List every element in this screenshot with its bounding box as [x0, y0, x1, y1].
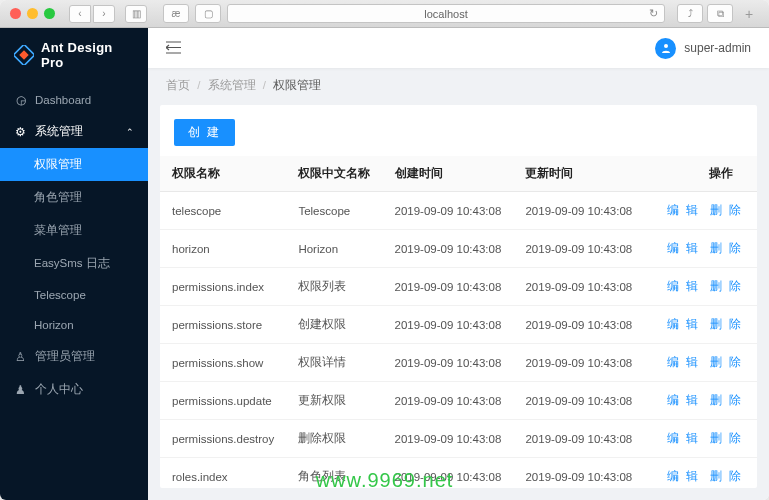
sidebar-item-horizon[interactable]: Horizon [0, 310, 148, 340]
sidebar: Ant Design Pro ◶ Dashboard ⚙ 系统管理 ⌃ 权限管理… [0, 28, 148, 500]
delete-link[interactable]: 删 除 [710, 204, 743, 216]
cell-updated: 2019-09-09 10:43:08 [513, 192, 644, 230]
traffic-lights [10, 8, 55, 19]
brand-text: Ant Design Pro [41, 40, 134, 70]
cell-updated: 2019-09-09 10:43:08 [513, 420, 644, 458]
delete-link[interactable]: 删 除 [710, 356, 743, 368]
table-row: roles.index角色列表2019-09-09 10:43:082019-0… [160, 458, 757, 489]
col-name: 权限名称 [160, 156, 286, 192]
edit-link[interactable]: 编 辑 [667, 470, 700, 482]
tabs-button[interactable]: ⧉ [707, 4, 733, 23]
edit-link[interactable]: 编 辑 [667, 394, 700, 406]
sidebar-item-admin[interactable]: ♙ 管理员管理 [0, 340, 148, 373]
user-area[interactable]: super-admin [655, 38, 751, 59]
cell-updated: 2019-09-09 10:43:08 [513, 382, 644, 420]
cell-cn-name: Telescope [286, 192, 382, 230]
cell-cn-name: 角色列表 [286, 458, 382, 489]
main-content: super-admin 首页 / 系统管理 / 权限管理 创 建 权限名称 权限… [148, 28, 769, 500]
breadcrumb-current: 权限管理 [273, 79, 321, 91]
cell-created: 2019-09-09 10:43:08 [383, 344, 514, 382]
table-row: permissions.update更新权限2019-09-09 10:43:0… [160, 382, 757, 420]
cell-name: roles.index [160, 458, 286, 489]
dashboard-icon: ◶ [14, 93, 27, 106]
cell-cn-name: 更新权限 [286, 382, 382, 420]
user-icon: ♙ [14, 350, 27, 363]
edit-link[interactable]: 编 辑 [667, 242, 700, 254]
cell-created: 2019-09-09 10:43:08 [383, 382, 514, 420]
cell-actions: 编 辑删 除 [644, 458, 757, 489]
col-updated: 更新时间 [513, 156, 644, 192]
sidebar-item-dashboard[interactable]: ◶ Dashboard [0, 84, 148, 115]
cell-name: permissions.show [160, 344, 286, 382]
delete-link[interactable]: 删 除 [710, 432, 743, 444]
cell-updated: 2019-09-09 10:43:08 [513, 230, 644, 268]
cell-actions: 编 辑删 除 [644, 268, 757, 306]
breadcrumb-home[interactable]: 首页 [166, 79, 190, 91]
edit-link[interactable]: 编 辑 [667, 432, 700, 444]
cell-actions: 编 辑删 除 [644, 306, 757, 344]
nav-buttons: ‹ › [69, 5, 115, 23]
forward-button[interactable]: › [93, 5, 115, 23]
avatar [655, 38, 676, 59]
url-text: localhost [424, 8, 467, 20]
cell-updated: 2019-09-09 10:43:08 [513, 344, 644, 382]
sidebar-item-permissions[interactable]: 权限管理 [0, 148, 148, 181]
table-row: permissions.show权限详情2019-09-09 10:43:082… [160, 344, 757, 382]
cell-updated: 2019-09-09 10:43:08 [513, 268, 644, 306]
reader-button[interactable]: æ [163, 4, 189, 23]
sidebar-item-telescope[interactable]: Telescope [0, 280, 148, 310]
logo[interactable]: Ant Design Pro [0, 28, 148, 84]
breadcrumb: 首页 / 系统管理 / 权限管理 [148, 68, 769, 101]
lock-icon: ▢ [195, 4, 221, 23]
edit-link[interactable]: 编 辑 [667, 204, 700, 216]
cell-cn-name: 删除权限 [286, 420, 382, 458]
new-tab-button[interactable]: + [739, 4, 759, 24]
svg-point-2 [664, 44, 668, 48]
cell-actions: 编 辑删 除 [644, 420, 757, 458]
cell-updated: 2019-09-09 10:43:08 [513, 458, 644, 489]
table-row: horizonHorizon2019-09-09 10:43:082019-09… [160, 230, 757, 268]
maximize-window-button[interactable] [44, 8, 55, 19]
delete-link[interactable]: 删 除 [710, 470, 743, 482]
url-bar[interactable]: localhost ↻ [227, 4, 665, 23]
table-row: permissions.destroy删除权限2019-09-09 10:43:… [160, 420, 757, 458]
cell-created: 2019-09-09 10:43:08 [383, 420, 514, 458]
edit-link[interactable]: 编 辑 [667, 318, 700, 330]
logo-icon [14, 45, 34, 65]
table-row: permissions.store创建权限2019-09-09 10:43:08… [160, 306, 757, 344]
minimize-window-button[interactable] [27, 8, 38, 19]
delete-link[interactable]: 删 除 [710, 242, 743, 254]
cell-cn-name: 创建权限 [286, 306, 382, 344]
close-window-button[interactable] [10, 8, 21, 19]
sidebar-toggle-button[interactable]: ▥ [125, 5, 147, 23]
breadcrumb-group[interactable]: 系统管理 [208, 79, 256, 91]
cell-name: permissions.destroy [160, 420, 286, 458]
sidebar-item-menus[interactable]: 菜单管理 [0, 214, 148, 247]
cell-created: 2019-09-09 10:43:08 [383, 192, 514, 230]
sidebar-item-roles[interactable]: 角色管理 [0, 181, 148, 214]
cell-name: permissions.store [160, 306, 286, 344]
delete-link[interactable]: 删 除 [710, 280, 743, 292]
col-actions: 操作 [644, 156, 757, 192]
edit-link[interactable]: 编 辑 [667, 280, 700, 292]
cell-created: 2019-09-09 10:43:08 [383, 306, 514, 344]
sidebar-item-easysms[interactable]: EasySms 日志 [0, 247, 148, 280]
edit-link[interactable]: 编 辑 [667, 356, 700, 368]
cell-actions: 编 辑删 除 [644, 344, 757, 382]
col-created: 创建时间 [383, 156, 514, 192]
permissions-table: 权限名称 权限中文名称 创建时间 更新时间 操作 telescopeTelesc… [160, 156, 757, 488]
menu-collapse-button[interactable] [166, 40, 181, 57]
refresh-icon[interactable]: ↻ [649, 7, 658, 20]
back-button[interactable]: ‹ [69, 5, 91, 23]
delete-link[interactable]: 删 除 [710, 318, 743, 330]
create-button[interactable]: 创 建 [174, 119, 235, 146]
username-text: super-admin [684, 41, 751, 55]
content-card: 创 建 权限名称 权限中文名称 创建时间 更新时间 操作 telescopeTe… [160, 105, 757, 488]
cell-name: permissions.update [160, 382, 286, 420]
delete-link[interactable]: 删 除 [710, 394, 743, 406]
sidebar-item-system[interactable]: ⚙ 系统管理 ⌃ [0, 115, 148, 148]
share-button[interactable]: ⤴ [677, 4, 703, 23]
cell-created: 2019-09-09 10:43:08 [383, 458, 514, 489]
cell-actions: 编 辑删 除 [644, 192, 757, 230]
sidebar-item-profile[interactable]: ♟ 个人中心 [0, 373, 148, 406]
